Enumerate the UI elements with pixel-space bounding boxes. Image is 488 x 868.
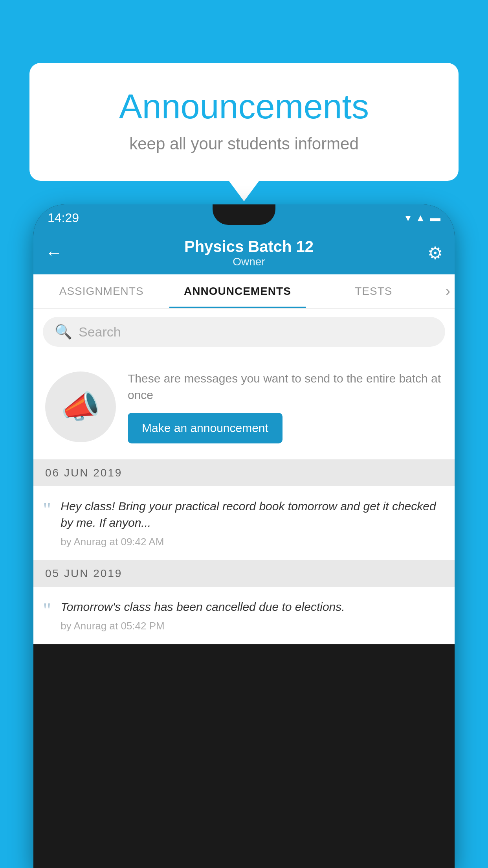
app-bar-center: Physics Batch 12 Owner [70, 238, 427, 268]
announcement-text-area-1: Hey class! Bring your practical record b… [61, 498, 443, 548]
speech-bubble: Announcements keep all your students inf… [29, 63, 459, 181]
announcement-item-2: " Tomorrow's class has been cancelled du… [33, 587, 455, 644]
announcement-message-1: Hey class! Bring your practical record b… [61, 498, 443, 531]
megaphone-icon: 📣 [61, 388, 100, 425]
app-bar: ← Physics Batch 12 Owner ⚙ [33, 231, 455, 274]
tabs-container: ASSIGNMENTS ANNOUNCEMENTS TESTS › [33, 274, 455, 309]
speech-bubble-container: Announcements keep all your students inf… [29, 63, 459, 181]
search-placeholder: Search [79, 324, 121, 340]
promo-description: These are messages you want to send to t… [128, 370, 443, 403]
tab-more[interactable]: › [442, 274, 455, 308]
promo-icon-circle: 📣 [45, 371, 116, 442]
status-bar: 14:29 ▾ ▲ ▬ [33, 204, 455, 231]
tab-assignments[interactable]: ASSIGNMENTS [33, 274, 169, 308]
status-time: 14:29 [48, 211, 79, 225]
phone-frame: 14:29 ▾ ▲ ▬ ← Physics Batch 12 Owner ⚙ A… [33, 204, 455, 868]
quote-icon-1: " [43, 500, 51, 520]
back-button[interactable]: ← [45, 243, 62, 263]
date-separator-1: 06 JUN 2019 [33, 460, 455, 486]
tab-announcements[interactable]: ANNOUNCEMENTS [169, 274, 305, 308]
status-icons: ▾ ▲ ▬ [405, 212, 440, 224]
search-bar[interactable]: 🔍 Search [43, 317, 445, 347]
announcement-message-2: Tomorrow's class has been cancelled due … [61, 599, 443, 615]
quote-icon-2: " [43, 600, 51, 621]
signal-icon: ▲ [415, 212, 426, 224]
promo-card: 📣 These are messages you want to send to… [33, 355, 455, 460]
announcement-text-area-2: Tomorrow's class has been cancelled due … [61, 599, 443, 632]
announcements-subtitle: keep all your students informed [61, 134, 427, 153]
date-separator-2: 05 JUN 2019 [33, 560, 455, 587]
app-bar-title: Physics Batch 12 [70, 238, 427, 256]
settings-icon[interactable]: ⚙ [427, 243, 443, 263]
promo-text-area: These are messages you want to send to t… [128, 370, 443, 443]
announcement-item-1: " Hey class! Bring your practical record… [33, 486, 455, 560]
search-container: 🔍 Search [33, 309, 455, 355]
notch [213, 204, 275, 225]
battery-icon: ▬ [430, 212, 440, 224]
make-announcement-button[interactable]: Make an announcement [128, 413, 283, 443]
screen-content: 🔍 Search 📣 These are messages you want t… [33, 309, 455, 644]
search-icon: 🔍 [55, 324, 72, 340]
announcement-meta-1: by Anurag at 09:42 AM [61, 536, 443, 548]
announcement-meta-2: by Anurag at 05:42 PM [61, 620, 443, 632]
wifi-icon: ▾ [405, 212, 411, 224]
announcements-title: Announcements [61, 86, 427, 127]
tab-tests[interactable]: TESTS [306, 274, 442, 308]
app-bar-subtitle: Owner [70, 256, 427, 268]
